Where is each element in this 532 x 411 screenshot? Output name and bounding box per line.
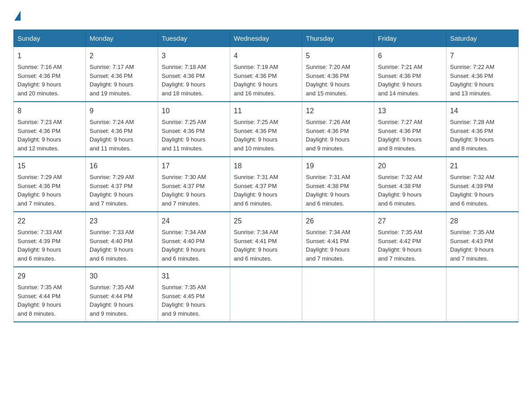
day-info: Sunrise: 7:35 AMSunset: 4:45 PMDaylight:… xyxy=(162,284,206,317)
day-number: 27 xyxy=(378,216,442,227)
logo-triangle-icon xyxy=(14,11,21,21)
calendar-week-row: 8Sunrise: 7:23 AMSunset: 4:36 PMDaylight… xyxy=(14,102,519,157)
day-info: Sunrise: 7:18 AMSunset: 4:36 PMDaylight:… xyxy=(162,64,206,97)
header-thursday: Thursday xyxy=(302,30,374,47)
day-info: Sunrise: 7:34 AMSunset: 4:40 PMDaylight:… xyxy=(162,229,206,262)
page-header xyxy=(13,9,519,21)
day-info: Sunrise: 7:31 AMSunset: 4:37 PMDaylight:… xyxy=(234,174,278,207)
calendar-cell: 11Sunrise: 7:25 AMSunset: 4:36 PMDayligh… xyxy=(230,102,302,157)
calendar-cell: 8Sunrise: 7:23 AMSunset: 4:36 PMDaylight… xyxy=(14,102,86,157)
day-number: 14 xyxy=(450,106,515,116)
calendar-cell: 17Sunrise: 7:30 AMSunset: 4:37 PMDayligh… xyxy=(158,157,230,212)
day-number: 5 xyxy=(306,51,370,61)
day-info: Sunrise: 7:27 AMSunset: 4:36 PMDaylight:… xyxy=(378,119,422,152)
calendar-cell: 18Sunrise: 7:31 AMSunset: 4:37 PMDayligh… xyxy=(230,157,302,212)
header-tuesday: Tuesday xyxy=(158,30,230,47)
day-number: 4 xyxy=(234,51,298,61)
day-number: 6 xyxy=(378,51,442,61)
day-info: Sunrise: 7:16 AMSunset: 4:36 PMDaylight:… xyxy=(17,64,62,97)
calendar-cell: 14Sunrise: 7:28 AMSunset: 4:36 PMDayligh… xyxy=(446,102,519,157)
day-info: Sunrise: 7:24 AMSunset: 4:36 PMDaylight:… xyxy=(90,119,134,152)
day-info: Sunrise: 7:31 AMSunset: 4:38 PMDaylight:… xyxy=(306,174,350,207)
calendar-cell: 15Sunrise: 7:29 AMSunset: 4:36 PMDayligh… xyxy=(14,157,86,212)
calendar-cell: 1Sunrise: 7:16 AMSunset: 4:36 PMDaylight… xyxy=(14,47,86,102)
day-info: Sunrise: 7:33 AMSunset: 4:40 PMDaylight:… xyxy=(90,229,134,262)
day-info: Sunrise: 7:21 AMSunset: 4:36 PMDaylight:… xyxy=(378,64,422,97)
calendar-week-row: 29Sunrise: 7:35 AMSunset: 4:44 PMDayligh… xyxy=(14,267,519,322)
day-info: Sunrise: 7:29 AMSunset: 4:37 PMDaylight:… xyxy=(90,174,134,207)
day-number: 31 xyxy=(162,271,226,282)
calendar-cell: 21Sunrise: 7:32 AMSunset: 4:39 PMDayligh… xyxy=(446,157,519,212)
day-number: 3 xyxy=(162,51,226,61)
calendar-cell: 2Sunrise: 7:17 AMSunset: 4:36 PMDaylight… xyxy=(86,47,158,102)
header-sunday: Sunday xyxy=(14,30,86,47)
day-number: 8 xyxy=(17,106,82,116)
day-number: 18 xyxy=(234,161,298,171)
header-wednesday: Wednesday xyxy=(230,30,302,47)
day-number: 15 xyxy=(17,161,82,171)
calendar-cell: 13Sunrise: 7:27 AMSunset: 4:36 PMDayligh… xyxy=(374,102,446,157)
day-info: Sunrise: 7:30 AMSunset: 4:37 PMDaylight:… xyxy=(162,174,206,207)
calendar-cell: 27Sunrise: 7:35 AMSunset: 4:42 PMDayligh… xyxy=(374,212,446,267)
day-number: 22 xyxy=(17,216,82,227)
calendar-cell: 22Sunrise: 7:33 AMSunset: 4:39 PMDayligh… xyxy=(14,212,86,267)
day-number: 13 xyxy=(378,106,442,116)
calendar-cell: 3Sunrise: 7:18 AMSunset: 4:36 PMDaylight… xyxy=(158,47,230,102)
calendar-table: SundayMondayTuesdayWednesdayThursdayFrid… xyxy=(13,30,519,322)
day-number: 23 xyxy=(90,216,154,227)
day-number: 28 xyxy=(450,216,515,227)
day-info: Sunrise: 7:32 AMSunset: 4:39 PMDaylight:… xyxy=(450,174,494,207)
day-info: Sunrise: 7:29 AMSunset: 4:36 PMDaylight:… xyxy=(17,174,62,207)
calendar-cell: 5Sunrise: 7:20 AMSunset: 4:36 PMDaylight… xyxy=(302,47,374,102)
day-info: Sunrise: 7:25 AMSunset: 4:36 PMDaylight:… xyxy=(234,119,278,152)
day-number: 12 xyxy=(306,106,370,116)
calendar-cell: 28Sunrise: 7:35 AMSunset: 4:43 PMDayligh… xyxy=(446,212,519,267)
day-number: 19 xyxy=(306,161,370,171)
calendar-week-row: 15Sunrise: 7:29 AMSunset: 4:36 PMDayligh… xyxy=(14,157,519,212)
day-number: 1 xyxy=(17,51,82,61)
day-info: Sunrise: 7:28 AMSunset: 4:36 PMDaylight:… xyxy=(450,119,494,152)
calendar-cell: 16Sunrise: 7:29 AMSunset: 4:37 PMDayligh… xyxy=(86,157,158,212)
day-number: 21 xyxy=(450,161,515,171)
day-number: 2 xyxy=(90,51,154,61)
day-info: Sunrise: 7:25 AMSunset: 4:36 PMDaylight:… xyxy=(162,119,206,152)
calendar-cell: 25Sunrise: 7:34 AMSunset: 4:41 PMDayligh… xyxy=(230,212,302,267)
day-number: 10 xyxy=(162,106,226,116)
calendar-cell: 31Sunrise: 7:35 AMSunset: 4:45 PMDayligh… xyxy=(158,267,230,322)
calendar-cell xyxy=(374,267,446,322)
calendar-cell: 7Sunrise: 7:22 AMSunset: 4:36 PMDaylight… xyxy=(446,47,519,102)
day-info: Sunrise: 7:34 AMSunset: 4:41 PMDaylight:… xyxy=(306,229,350,262)
logo xyxy=(13,9,21,21)
day-info: Sunrise: 7:35 AMSunset: 4:42 PMDaylight:… xyxy=(378,229,422,262)
calendar-cell: 26Sunrise: 7:34 AMSunset: 4:41 PMDayligh… xyxy=(302,212,374,267)
day-number: 17 xyxy=(162,161,226,171)
calendar-cell: 4Sunrise: 7:19 AMSunset: 4:36 PMDaylight… xyxy=(230,47,302,102)
day-number: 9 xyxy=(90,106,154,116)
day-info: Sunrise: 7:35 AMSunset: 4:44 PMDaylight:… xyxy=(17,284,62,317)
calendar-cell: 29Sunrise: 7:35 AMSunset: 4:44 PMDayligh… xyxy=(14,267,86,322)
calendar-cell: 24Sunrise: 7:34 AMSunset: 4:40 PMDayligh… xyxy=(158,212,230,267)
day-number: 30 xyxy=(90,271,154,282)
day-number: 24 xyxy=(162,216,226,227)
day-number: 29 xyxy=(17,271,82,282)
calendar-cell: 20Sunrise: 7:32 AMSunset: 4:38 PMDayligh… xyxy=(374,157,446,212)
header-saturday: Saturday xyxy=(446,30,519,47)
calendar-cell: 30Sunrise: 7:35 AMSunset: 4:44 PMDayligh… xyxy=(86,267,158,322)
calendar-week-row: 22Sunrise: 7:33 AMSunset: 4:39 PMDayligh… xyxy=(14,212,519,267)
day-number: 20 xyxy=(378,161,442,171)
day-info: Sunrise: 7:22 AMSunset: 4:36 PMDaylight:… xyxy=(450,64,494,97)
day-info: Sunrise: 7:26 AMSunset: 4:36 PMDaylight:… xyxy=(306,119,350,152)
day-number: 11 xyxy=(234,106,298,116)
header-friday: Friday xyxy=(374,30,446,47)
calendar-cell: 9Sunrise: 7:24 AMSunset: 4:36 PMDaylight… xyxy=(86,102,158,157)
day-info: Sunrise: 7:34 AMSunset: 4:41 PMDaylight:… xyxy=(234,229,278,262)
calendar-cell: 10Sunrise: 7:25 AMSunset: 4:36 PMDayligh… xyxy=(158,102,230,157)
calendar-cell: 23Sunrise: 7:33 AMSunset: 4:40 PMDayligh… xyxy=(86,212,158,267)
calendar-cell xyxy=(446,267,519,322)
calendar-week-row: 1Sunrise: 7:16 AMSunset: 4:36 PMDaylight… xyxy=(14,47,519,102)
calendar-cell xyxy=(302,267,374,322)
calendar-cell xyxy=(230,267,302,322)
day-info: Sunrise: 7:35 AMSunset: 4:44 PMDaylight:… xyxy=(90,284,134,317)
day-info: Sunrise: 7:33 AMSunset: 4:39 PMDaylight:… xyxy=(17,229,62,262)
calendar-cell: 19Sunrise: 7:31 AMSunset: 4:38 PMDayligh… xyxy=(302,157,374,212)
